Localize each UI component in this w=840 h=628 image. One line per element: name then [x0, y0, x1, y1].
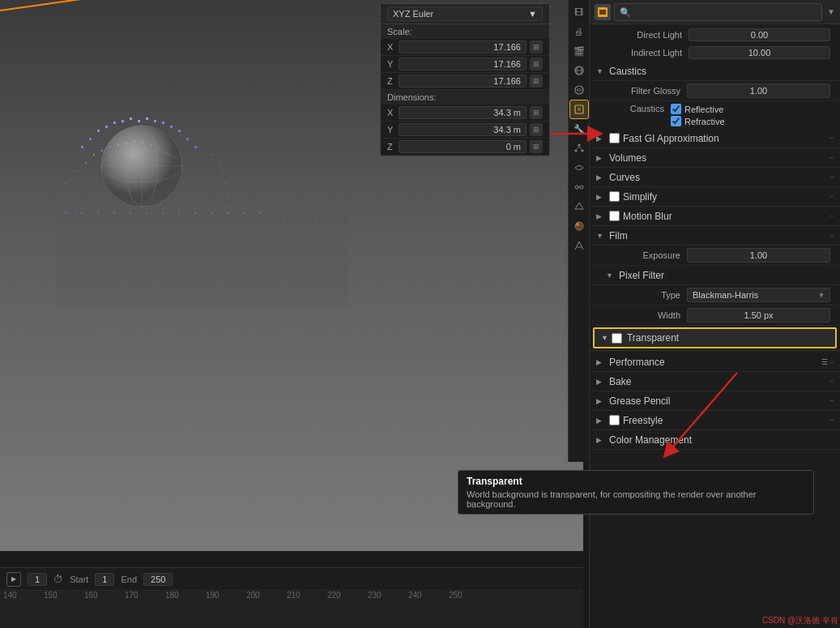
transparent-expand-arrow: ▼	[601, 334, 608, 342]
motion-blur-checkbox[interactable]	[609, 211, 620, 221]
film-section-row[interactable]: ▼ Film ···	[590, 226, 840, 246]
type-dropdown[interactable]: Blackman-Harris ▼	[687, 288, 830, 302]
sidebar-icon-constraints[interactable]	[570, 178, 588, 196]
ruler-230: 230	[368, 591, 382, 600]
refractive-check-item: Refractive	[671, 116, 725, 126]
grease-pencil-section-row[interactable]: ▶ Grease Pencil ···	[590, 391, 840, 411]
freestyle-checkbox[interactable]	[609, 415, 620, 425]
pixel-filter-label: Pixel Filter	[619, 270, 834, 281]
curves-section-row[interactable]: ▶ Curves ···	[590, 168, 840, 187]
watermark: CSDN @沃洛德·辛肯	[762, 615, 838, 626]
dim-z-value[interactable]: 0 m	[399, 140, 527, 153]
type-label: Type	[606, 290, 687, 300]
simplify-checkbox[interactable]	[609, 191, 620, 202]
ruler-150: 150	[44, 591, 58, 600]
volumes-label: Volumes	[609, 152, 829, 164]
sidebar-icon-modifiers[interactable]: 🔧	[570, 120, 588, 138]
svg-point-82	[574, 150, 577, 152]
caustics-checkboxes-row: Caustics Reflective Refractive	[590, 101, 840, 129]
sidebar-icon-data[interactable]	[570, 198, 588, 216]
transparent-label: Transparent	[627, 332, 679, 344]
sidebar-icon-object-properties[interactable]	[570, 100, 588, 118]
color-management-section-row[interactable]: ▶ Color Management	[590, 430, 840, 450]
sidebar-icon-particles[interactable]	[570, 139, 588, 157]
scale-y-value[interactable]: 17.166	[399, 58, 527, 70]
dim-y-value[interactable]: 34.3 m	[399, 123, 527, 136]
fast-gi-section-row[interactable]: ▶ Fast GI Approximation ···	[590, 129, 840, 148]
divider-1	[590, 350, 840, 351]
svg-rect-20	[130, 117, 132, 120]
performance-label: Performance	[609, 357, 821, 368]
bake-section-row[interactable]: ▶ Bake ···	[590, 372, 840, 391]
tooltip-description: World background is transparent, for com…	[467, 489, 805, 509]
svg-rect-15	[89, 138, 92, 140]
transparent-checkbox[interactable]	[612, 333, 622, 344]
grease-pencil-arrow: ▶	[596, 397, 608, 405]
reflective-label: Reflective	[684, 105, 723, 114]
rotation-mode-dropdown[interactable]: XYZ Euler ▼	[387, 6, 543, 21]
sidebar-icon-world[interactable]	[570, 81, 588, 99]
caustics-section-header[interactable]: ▼ Caustics	[590, 62, 840, 81]
rotation-mode-header: XYZ Euler ▼	[381, 4, 549, 24]
refractive-checkbox[interactable]	[671, 116, 681, 126]
svg-rect-16	[97, 130, 100, 132]
motion-blur-section-row[interactable]: ▶ Motion Blur ···	[590, 207, 840, 226]
width-value[interactable]: 1.50 px	[687, 308, 830, 323]
svg-rect-27	[186, 138, 189, 140]
start-frame-value[interactable]: 1	[95, 573, 114, 586]
scale-x-value[interactable]: 17.166	[399, 41, 527, 53]
volumes-section-row[interactable]: ▶ Volumes ···	[590, 148, 840, 168]
dim-x-value[interactable]: 34.3 m	[399, 106, 527, 119]
exposure-value[interactable]: 1.00	[687, 248, 830, 263]
sidebar-icon-material[interactable]	[570, 217, 588, 235]
copy-dim-z-icon[interactable]: ⊞	[530, 140, 543, 153]
svg-rect-69	[194, 212, 196, 214]
freestyle-section-row[interactable]: ▶ Freestyle ···	[590, 411, 840, 430]
filter-glossy-value[interactable]: 1.00	[687, 83, 830, 98]
transparent-row[interactable]: ▼ Transparent	[593, 327, 837, 348]
svg-rect-53	[211, 154, 212, 156]
copy-z-icon[interactable]: ⊞	[530, 75, 543, 88]
reflective-checkbox[interactable]	[671, 104, 681, 114]
svg-rect-56	[225, 182, 227, 184]
indirect-light-value[interactable]: 10.00	[689, 46, 830, 59]
simplify-section-row[interactable]: ▶ Simplify ···	[590, 187, 840, 207]
sidebar-icon-output[interactable]: 🖨	[570, 23, 588, 41]
svg-rect-30	[85, 162, 87, 164]
svg-rect-70	[211, 212, 212, 214]
direct-light-label: Direct Light	[599, 30, 689, 40]
svg-rect-62	[81, 212, 83, 214]
fast-gi-arrow: ▶	[596, 135, 608, 143]
sidebar-icon-shader[interactable]	[570, 237, 588, 254]
search-input[interactable]	[614, 3, 822, 21]
copy-x-icon[interactable]: ⊞	[530, 41, 543, 53]
properties-content: Direct Light 0.00 Indirect Light 10.00 ▼…	[590, 24, 840, 450]
play-button[interactable]: ▶	[6, 572, 21, 587]
dim-y-row: Y 34.3 m ⊞	[381, 122, 549, 139]
current-frame-display[interactable]: 1	[28, 573, 47, 586]
timeline-ruler[interactable]: 140 150 160 170 180 190 200 210 220 230 …	[0, 591, 583, 628]
performance-list-icon[interactable]: ☰	[821, 358, 828, 366]
play-icon: ▶	[11, 575, 16, 583]
fast-gi-checkbox[interactable]	[609, 133, 620, 143]
sidebar-icon-physics[interactable]	[570, 159, 588, 177]
sidebar-icon-scene[interactable]	[570, 62, 588, 79]
copy-dim-x-icon[interactable]: ⊞	[530, 106, 543, 119]
curves-arrow: ▶	[596, 173, 608, 182]
sidebar-icon-render-settings[interactable]: 🎞	[570, 3, 588, 21]
scale-z-value[interactable]: 17.166	[399, 75, 527, 88]
copy-dim-y-icon[interactable]: ⊞	[530, 123, 543, 136]
performance-section-row[interactable]: ▶ Performance ☰ ···	[590, 352, 840, 372]
sidebar-icon-view-layer[interactable]: 🎬	[570, 42, 588, 60]
color-management-label: Color Management	[609, 434, 834, 446]
dim-x-row: X 34.3 m ⊞	[381, 105, 549, 122]
end-frame-value[interactable]: 250	[143, 573, 173, 586]
svg-rect-66	[146, 212, 147, 214]
ruler-210: 210	[287, 591, 301, 600]
pixel-filter-row[interactable]: ▼ Pixel Filter	[590, 266, 840, 285]
copy-y-icon[interactable]: ⊞	[530, 58, 543, 70]
scale-y-row: Y 17.166 ⊞	[381, 56, 549, 73]
scale-label: Scale:	[381, 24, 549, 39]
properties-panel: ▼ Direct Light 0.00 Indirect Light 10.00…	[589, 0, 840, 628]
direct-light-value[interactable]: 0.00	[689, 28, 830, 41]
